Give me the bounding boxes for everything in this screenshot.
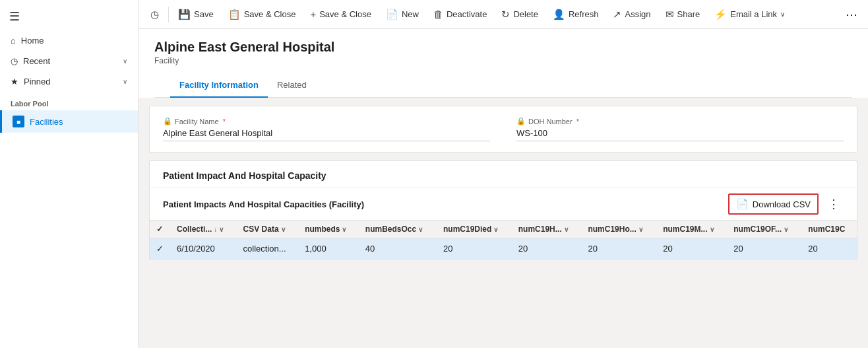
save-close-icon: 📋 (228, 9, 241, 20)
table-row[interactable]: ✓ 6/10/2020 collection... 1,000 40 20 20… (150, 238, 857, 260)
form-card: 🔒 Facility Name * Alpine East General Ho… (149, 106, 857, 153)
history-icon: ◷ (150, 9, 159, 20)
col-header-csv-data[interactable]: CSV Data ∨ (237, 221, 299, 238)
col-header-numBedsOcc[interactable]: numBedsOcc ∨ (359, 221, 437, 238)
toolbar: ◷ 💾 Save 📋 Save & Close + Save & Close 📄… (139, 0, 868, 29)
tab-related[interactable]: Related (268, 73, 316, 98)
refresh-button[interactable]: ↻ Delete (495, 5, 545, 24)
sidebar-item-recent[interactable]: ◷ Recent ∨ (0, 51, 138, 71)
chevron-down-icon: ∨ (638, 226, 643, 233)
more-options-button[interactable]: ⋯ (840, 3, 863, 26)
deactivate-button[interactable]: 📄 New (379, 5, 425, 24)
refresh-icon: ↻ (501, 9, 510, 20)
save-close-button[interactable]: 📋 Save & Close (222, 5, 303, 24)
share-button[interactable]: ↗ Assign (606, 5, 657, 24)
download-csv-icon: 📄 (736, 198, 749, 210)
facility-name-field: 🔒 Facility Name * Alpine East General Ho… (163, 117, 490, 141)
history-button[interactable]: ◷ (144, 5, 166, 24)
refresh-button-label: Delete (513, 9, 538, 19)
sidebar-item-home-label: Home (21, 36, 127, 46)
record-subtitle: Facility (154, 56, 852, 65)
sidebar-item-facilities-label: Facilities (30, 117, 63, 127)
flow-chevron-icon: ∨ (780, 11, 785, 18)
required-indicator: * (576, 118, 579, 125)
row-numC19OF: 20 (727, 238, 801, 260)
tabs: Facility Information Related (154, 73, 852, 98)
sidebar: ☰ ⌂ Home ◷ Recent ∨ ★ Pinned ∨ Labor Poo… (0, 0, 139, 348)
subgrid-title: Patient Impacts And Hospital Capacities … (163, 199, 364, 209)
flow-icon: ⚡ (714, 9, 727, 20)
row-numC19Ho: 20 (581, 238, 656, 260)
subgrid-actions: 📄 Download CSV ⋮ (728, 193, 844, 215)
col-header-numbeds[interactable]: numbeds ∨ (298, 221, 359, 238)
flow-button[interactable]: ⚡ Email a Link ∨ (708, 5, 791, 24)
sidebar-item-pinned[interactable]: ★ Pinned ∨ (0, 71, 138, 92)
row-csv-data: collection... (237, 238, 299, 260)
lock-icon: 🔒 (163, 117, 172, 125)
row-numC19H: 20 (512, 238, 582, 260)
col-header-numC19C[interactable]: numC19C (801, 221, 857, 238)
new-button-label: Save & Close (319, 9, 371, 19)
chevron-down-icon: ∨ (418, 226, 423, 233)
email-link-button[interactable]: ✉ Share (659, 5, 707, 24)
col-header-numC19Died[interactable]: numC19Died ∨ (437, 221, 512, 238)
col-header-check: ✓ (150, 221, 170, 238)
row-numC19C: 20 (801, 238, 857, 260)
email-icon: ✉ (666, 9, 674, 20)
save-icon: 💾 (178, 9, 191, 20)
chevron-down-icon: ∨ (493, 226, 498, 233)
col-header-numC19OF[interactable]: numC19OF... ∨ (727, 221, 801, 238)
hamburger-menu-button[interactable]: ☰ (0, 3, 138, 30)
deactivate-icon: 📄 (386, 9, 398, 20)
facility-name-value[interactable]: Alpine East General Hospital (163, 128, 490, 141)
col-header-numC19H[interactable]: numC19H... ∨ (512, 221, 582, 238)
save-button[interactable]: 💾 Save (171, 5, 220, 24)
doh-number-label: 🔒 DOH Number * (516, 117, 844, 125)
delete-icon: 🗑 (433, 9, 443, 20)
chevron-down-icon: ∨ (281, 226, 286, 233)
grid-header-row: ✓ Collecti... ↓ ∨ CSV Data ∨ (150, 221, 857, 238)
new-button[interactable]: + Save & Close (303, 5, 378, 24)
col-header-numC19Ho[interactable]: numC19Ho... ∨ (581, 221, 656, 238)
sidebar-item-home[interactable]: ⌂ Home (0, 30, 138, 51)
col-header-numC19M[interactable]: numC19M... ∨ (656, 221, 727, 238)
row-check[interactable]: ✓ (150, 238, 170, 260)
content-area: 🔒 Facility Name * Alpine East General Ho… (139, 98, 868, 348)
assign-button-label: Refresh (569, 9, 599, 19)
record-header: Alpine East General Hospital Facility Fa… (139, 29, 868, 98)
new-icon: + (310, 9, 316, 20)
assign-icon: 👤 (553, 9, 565, 20)
chevron-down-icon: ∨ (219, 226, 224, 233)
home-icon: ⌂ (11, 36, 16, 46)
sort-icon: ↓ (214, 226, 217, 233)
save-close-button-label: Save & Close (244, 9, 296, 19)
form-row: 🔒 Facility Name * Alpine East General Ho… (163, 117, 844, 141)
doh-number-field: 🔒 DOH Number * WS-100 (516, 117, 844, 141)
subgrid-more-options-button[interactable]: ⋮ (824, 195, 844, 213)
facilities-icon: ■ (13, 116, 24, 127)
row-numC19Died: 20 (437, 238, 512, 260)
chevron-down-icon: ∨ (710, 226, 714, 233)
chevron-down-icon: ∨ (342, 226, 346, 233)
doh-number-value[interactable]: WS-100 (516, 128, 844, 141)
tab-facility-information[interactable]: Facility Information (170, 73, 268, 98)
section-title: Patient Impact And Hospital Capacity (150, 161, 857, 188)
delete-button-label: Deactivate (447, 9, 487, 19)
main-content: ◷ 💾 Save 📋 Save & Close + Save & Close 📄… (139, 0, 868, 348)
sidebar-item-facilities[interactable]: ■ Facilities (0, 110, 138, 133)
deactivate-button-label: New (402, 9, 419, 19)
row-numBedsOcc: 40 (359, 238, 437, 260)
row-numbeds: 1,000 (298, 238, 359, 260)
chevron-down-icon: ∨ (123, 57, 127, 65)
col-header-collecti[interactable]: Collecti... ↓ ∨ (170, 221, 237, 238)
subgrid-header: Patient Impacts And Hospital Capacities … (150, 188, 857, 220)
download-csv-button[interactable]: 📄 Download CSV (728, 193, 819, 215)
facility-name-label: 🔒 Facility Name * (163, 117, 490, 125)
record-title: Alpine East General Hospital (154, 40, 852, 55)
sidebar-item-pinned-label: Pinned (24, 77, 117, 87)
assign-button[interactable]: 👤 Refresh (546, 5, 605, 24)
chevron-down-icon: ∨ (784, 226, 788, 233)
required-indicator: * (223, 118, 226, 125)
delete-button[interactable]: 🗑 Deactivate (427, 5, 493, 24)
chevron-down-icon: ∨ (123, 78, 127, 85)
